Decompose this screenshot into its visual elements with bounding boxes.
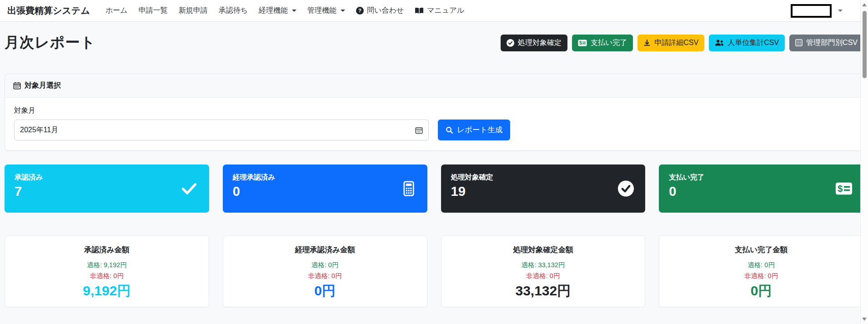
stat-label: 支払い完了: [669, 173, 853, 182]
generate-report-button[interactable]: レポート生成: [438, 120, 510, 140]
check-icon: [180, 179, 198, 198]
per-person-summary-csv-button[interactable]: 人単位集計CSV: [709, 35, 785, 51]
eligible-amount: 適格: 0円: [659, 261, 863, 269]
nav-item-label: 問い合わせ: [367, 6, 404, 15]
download-icon: [643, 39, 651, 46]
amount-card-row: 承認済み金額 適格: 9,192円 非適格: 0円 9,192円 経理承認済み金…: [5, 235, 863, 307]
calculator-icon: [401, 181, 416, 196]
button-label: 人単位集計CSV: [728, 38, 779, 48]
total-amount: 9,192円: [5, 282, 209, 299]
calendar-icon: [13, 82, 21, 90]
target-month-label: 対象月: [14, 106, 854, 115]
amount-card-approved: 承認済み金額 適格: 9,192円 非適格: 0円 9,192円: [5, 235, 209, 307]
nav-item-manual[interactable]: マニュアル: [409, 2, 470, 19]
people-icon: [715, 39, 724, 46]
calendar-icon[interactable]: [415, 126, 423, 134]
svg-text:$: $: [838, 184, 843, 194]
month-input-value: 2025年11月: [20, 125, 58, 135]
stat-count: 7: [15, 184, 199, 199]
user-name-redacted-box[interactable]: [791, 4, 832, 18]
ineligible-amount: 非適格: 0円: [659, 272, 863, 280]
stat-card-paid: 支払い完了 0 $: [659, 164, 863, 213]
scrollbar-thumb[interactable]: [863, 11, 867, 78]
nav-item-label: 申請一覧: [139, 6, 168, 15]
nav-item-label: 経理機能: [259, 6, 288, 15]
amount-card-accounting-approved: 経理承認済み金額 適格: 0円 非適格: 0円 0円: [223, 235, 427, 307]
money-check-icon: $: [835, 182, 853, 195]
target-month-card-header: 対象月選択: [5, 74, 863, 98]
navbar: 出張費精算システム ホーム 申請一覧 新規申請 承認待ち 経理機能 管理機能 ?…: [0, 0, 868, 22]
main-content: 月次レポート 処理対象確定 $ 支払い完了 申請詳細CSV 人単位集計CSV: [0, 33, 868, 307]
admin-department-csv-button[interactable]: 管理部門別CSV: [789, 35, 863, 51]
monthly-report-page: 出張費精算システム ホーム 申請一覧 新規申請 承認待ち 経理機能 管理機能 ?…: [0, 0, 868, 324]
target-month-card: 対象月選択 対象月 2025年11月 レポート生成: [5, 74, 863, 151]
eligible-amount: 適格: 0円: [223, 261, 427, 269]
user-menu: [791, 4, 861, 18]
stat-count: 0: [233, 184, 417, 199]
question-circle-icon: ?: [356, 7, 364, 15]
caret-down-icon: [341, 10, 345, 12]
nav-item-home[interactable]: ホーム: [100, 2, 133, 19]
payment-complete-button[interactable]: $ 支払い完了: [572, 35, 633, 51]
grid-icon: [795, 39, 803, 46]
stat-label: 処理対象確定: [451, 173, 636, 182]
nav-item-contact[interactable]: ? 問い合わせ: [351, 2, 409, 19]
toolbar: 処理対象確定 $ 支払い完了 申請詳細CSV 人単位集計CSV 管理部門別CSV: [501, 35, 863, 51]
button-label: レポート生成: [457, 125, 502, 135]
button-label: 管理部門別CSV: [806, 38, 858, 48]
nav-item-request-list[interactable]: 申請一覧: [133, 2, 173, 19]
scroll-up-arrow-icon[interactable]: [862, 3, 867, 6]
card-header-title: 対象月選択: [25, 81, 61, 90]
ineligible-amount: 非適格: 0円: [5, 272, 209, 280]
nav-dropdown-accounting[interactable]: 経理機能: [253, 2, 302, 19]
scrollbar[interactable]: [860, 0, 868, 324]
caret-down-icon: [292, 10, 296, 12]
ineligible-amount: 非適格: 0円: [223, 272, 427, 280]
nav-item-label: ホーム: [105, 6, 128, 15]
svg-text:$: $: [579, 40, 582, 45]
nav-item-label: 新規申請: [179, 6, 208, 15]
total-amount: 33,132円: [442, 282, 645, 299]
stat-card-confirmed: 処理対象確定 19: [441, 164, 646, 213]
book-icon: [415, 7, 424, 14]
nav-item-label: マニュアル: [427, 6, 464, 15]
button-label: 支払い完了: [591, 38, 627, 48]
check-circle-icon: [617, 180, 634, 197]
nav-item-label: 承認待ち: [219, 6, 248, 15]
target-month-card-body: 対象月 2025年11月 レポート生成: [5, 98, 863, 150]
stat-count: 0: [669, 184, 853, 199]
nav-links: ホーム 申請一覧 新規申請 承認待ち 経理機能 管理機能 ? 問い合わせ マニュ…: [100, 2, 470, 19]
eligible-amount: 適格: 33,132円: [442, 261, 645, 269]
svg-text:?: ?: [358, 8, 361, 13]
button-label: 処理対象確定: [518, 38, 562, 48]
request-detail-csv-button[interactable]: 申請詳細CSV: [637, 35, 704, 51]
scroll-down-arrow-icon[interactable]: [862, 318, 867, 321]
total-amount: 0円: [659, 282, 863, 299]
page-title: 月次レポート: [5, 33, 95, 53]
stat-count: 19: [451, 184, 636, 199]
nav-item-label: 管理機能: [307, 6, 336, 15]
amount-card-paid: 支払い完了金額 適格: 0円 非適格: 0円 0円: [659, 235, 863, 307]
amount-card-confirmed: 処理対象確定金額 適格: 33,132円 非適格: 0円 33,132円: [441, 235, 646, 307]
amount-title: 経理承認済み金額: [223, 245, 427, 255]
ineligible-amount: 非適格: 0円: [442, 272, 645, 280]
button-label: 申請詳細CSV: [654, 38, 698, 48]
title-row: 月次レポート 処理対象確定 $ 支払い完了 申請詳細CSV 人単位集計CSV: [5, 33, 863, 53]
amount-title: 処理対象確定金額: [442, 245, 645, 255]
nav-item-new-request[interactable]: 新規申請: [173, 2, 213, 19]
money-check-icon: $: [578, 40, 587, 46]
eligible-amount: 適格: 9,192円: [5, 261, 209, 269]
nav-item-pending-approval[interactable]: 承認待ち: [213, 2, 253, 19]
stat-label: 経理承認済み: [233, 173, 417, 182]
month-input[interactable]: 2025年11月: [14, 120, 429, 140]
confirm-processing-button[interactable]: 処理対象確定: [501, 35, 567, 51]
stat-label: 承認済み: [15, 173, 199, 182]
search-icon: [446, 126, 453, 134]
caret-down-icon: [838, 10, 843, 12]
nav-dropdown-admin[interactable]: 管理機能: [302, 2, 351, 19]
stat-card-accounting-approved: 経理承認済み 0: [223, 164, 427, 213]
check-circle-icon: [507, 39, 514, 47]
brand-link[interactable]: 出張費精算システム: [7, 5, 90, 17]
total-amount: 0円: [223, 282, 427, 299]
stat-card-row: 承認済み 7 経理承認済み 0 処理対象確定 19: [5, 164, 863, 213]
